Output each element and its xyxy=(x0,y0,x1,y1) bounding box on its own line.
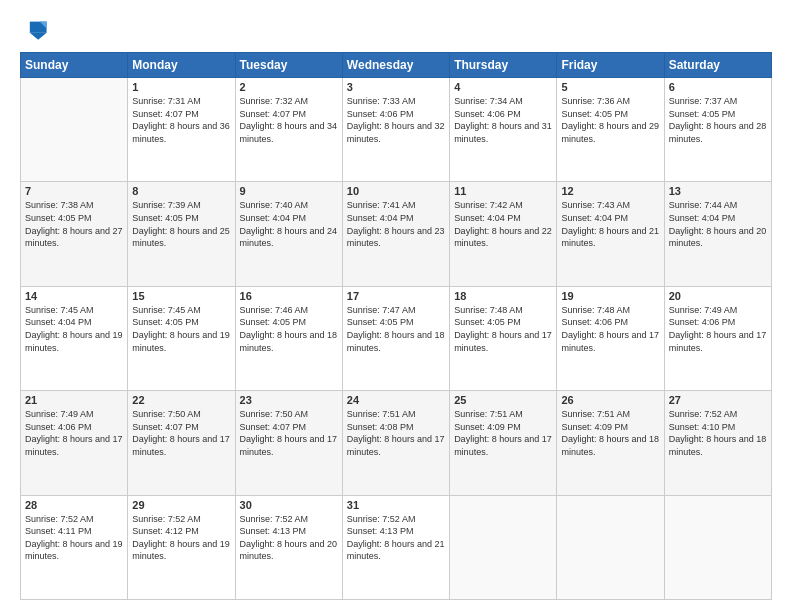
day-info: Sunrise: 7:32 AMSunset: 4:07 PMDaylight:… xyxy=(240,95,338,145)
day-number: 15 xyxy=(132,290,230,302)
calendar-day-cell xyxy=(664,495,771,599)
day-number: 25 xyxy=(454,394,552,406)
calendar-day-header: Tuesday xyxy=(235,53,342,78)
day-info: Sunrise: 7:52 AMSunset: 4:13 PMDaylight:… xyxy=(240,513,338,563)
day-number: 23 xyxy=(240,394,338,406)
day-number: 20 xyxy=(669,290,767,302)
day-number: 14 xyxy=(25,290,123,302)
day-number: 13 xyxy=(669,185,767,197)
calendar-day-cell: 23Sunrise: 7:50 AMSunset: 4:07 PMDayligh… xyxy=(235,391,342,495)
page: SundayMondayTuesdayWednesdayThursdayFrid… xyxy=(0,0,792,612)
calendar-day-header: Friday xyxy=(557,53,664,78)
day-number: 10 xyxy=(347,185,445,197)
day-info: Sunrise: 7:31 AMSunset: 4:07 PMDaylight:… xyxy=(132,95,230,145)
day-number: 21 xyxy=(25,394,123,406)
calendar-day-cell: 3Sunrise: 7:33 AMSunset: 4:06 PMDaylight… xyxy=(342,78,449,182)
day-number: 26 xyxy=(561,394,659,406)
day-number: 28 xyxy=(25,499,123,511)
day-info: Sunrise: 7:39 AMSunset: 4:05 PMDaylight:… xyxy=(132,199,230,249)
day-info: Sunrise: 7:48 AMSunset: 4:06 PMDaylight:… xyxy=(561,304,659,354)
calendar-day-header: Saturday xyxy=(664,53,771,78)
day-info: Sunrise: 7:34 AMSunset: 4:06 PMDaylight:… xyxy=(454,95,552,145)
calendar-day-cell: 17Sunrise: 7:47 AMSunset: 4:05 PMDayligh… xyxy=(342,286,449,390)
calendar-day-cell: 19Sunrise: 7:48 AMSunset: 4:06 PMDayligh… xyxy=(557,286,664,390)
day-number: 3 xyxy=(347,81,445,93)
day-number: 16 xyxy=(240,290,338,302)
calendar-day-cell: 18Sunrise: 7:48 AMSunset: 4:05 PMDayligh… xyxy=(450,286,557,390)
day-info: Sunrise: 7:50 AMSunset: 4:07 PMDaylight:… xyxy=(132,408,230,458)
calendar-week-row: 21Sunrise: 7:49 AMSunset: 4:06 PMDayligh… xyxy=(21,391,772,495)
calendar-day-cell: 10Sunrise: 7:41 AMSunset: 4:04 PMDayligh… xyxy=(342,182,449,286)
calendar-day-cell: 30Sunrise: 7:52 AMSunset: 4:13 PMDayligh… xyxy=(235,495,342,599)
day-number: 9 xyxy=(240,185,338,197)
day-info: Sunrise: 7:45 AMSunset: 4:05 PMDaylight:… xyxy=(132,304,230,354)
calendar-day-cell: 26Sunrise: 7:51 AMSunset: 4:09 PMDayligh… xyxy=(557,391,664,495)
day-number: 31 xyxy=(347,499,445,511)
day-info: Sunrise: 7:41 AMSunset: 4:04 PMDaylight:… xyxy=(347,199,445,249)
calendar-day-cell: 7Sunrise: 7:38 AMSunset: 4:05 PMDaylight… xyxy=(21,182,128,286)
day-number: 19 xyxy=(561,290,659,302)
day-info: Sunrise: 7:50 AMSunset: 4:07 PMDaylight:… xyxy=(240,408,338,458)
calendar-day-cell: 15Sunrise: 7:45 AMSunset: 4:05 PMDayligh… xyxy=(128,286,235,390)
calendar-day-cell: 28Sunrise: 7:52 AMSunset: 4:11 PMDayligh… xyxy=(21,495,128,599)
calendar-day-cell: 11Sunrise: 7:42 AMSunset: 4:04 PMDayligh… xyxy=(450,182,557,286)
day-number: 12 xyxy=(561,185,659,197)
calendar-day-cell: 4Sunrise: 7:34 AMSunset: 4:06 PMDaylight… xyxy=(450,78,557,182)
logo xyxy=(20,16,52,44)
day-info: Sunrise: 7:33 AMSunset: 4:06 PMDaylight:… xyxy=(347,95,445,145)
calendar-day-cell: 12Sunrise: 7:43 AMSunset: 4:04 PMDayligh… xyxy=(557,182,664,286)
day-info: Sunrise: 7:45 AMSunset: 4:04 PMDaylight:… xyxy=(25,304,123,354)
calendar-day-cell: 14Sunrise: 7:45 AMSunset: 4:04 PMDayligh… xyxy=(21,286,128,390)
day-info: Sunrise: 7:51 AMSunset: 4:09 PMDaylight:… xyxy=(454,408,552,458)
day-info: Sunrise: 7:38 AMSunset: 4:05 PMDaylight:… xyxy=(25,199,123,249)
day-number: 22 xyxy=(132,394,230,406)
day-info: Sunrise: 7:52 AMSunset: 4:13 PMDaylight:… xyxy=(347,513,445,563)
calendar-day-cell: 16Sunrise: 7:46 AMSunset: 4:05 PMDayligh… xyxy=(235,286,342,390)
day-number: 5 xyxy=(561,81,659,93)
day-number: 24 xyxy=(347,394,445,406)
day-number: 17 xyxy=(347,290,445,302)
calendar-day-cell: 8Sunrise: 7:39 AMSunset: 4:05 PMDaylight… xyxy=(128,182,235,286)
calendar-day-cell: 5Sunrise: 7:36 AMSunset: 4:05 PMDaylight… xyxy=(557,78,664,182)
day-info: Sunrise: 7:52 AMSunset: 4:10 PMDaylight:… xyxy=(669,408,767,458)
calendar-day-header: Sunday xyxy=(21,53,128,78)
logo-icon xyxy=(20,16,48,44)
day-number: 29 xyxy=(132,499,230,511)
day-number: 18 xyxy=(454,290,552,302)
day-number: 30 xyxy=(240,499,338,511)
day-info: Sunrise: 7:44 AMSunset: 4:04 PMDaylight:… xyxy=(669,199,767,249)
calendar-day-cell: 1Sunrise: 7:31 AMSunset: 4:07 PMDaylight… xyxy=(128,78,235,182)
calendar-day-header: Wednesday xyxy=(342,53,449,78)
calendar-day-header: Thursday xyxy=(450,53,557,78)
calendar-day-cell: 24Sunrise: 7:51 AMSunset: 4:08 PMDayligh… xyxy=(342,391,449,495)
day-number: 7 xyxy=(25,185,123,197)
calendar-day-cell xyxy=(21,78,128,182)
day-info: Sunrise: 7:36 AMSunset: 4:05 PMDaylight:… xyxy=(561,95,659,145)
calendar-week-row: 28Sunrise: 7:52 AMSunset: 4:11 PMDayligh… xyxy=(21,495,772,599)
calendar-week-row: 7Sunrise: 7:38 AMSunset: 4:05 PMDaylight… xyxy=(21,182,772,286)
day-info: Sunrise: 7:49 AMSunset: 4:06 PMDaylight:… xyxy=(669,304,767,354)
calendar-day-cell: 21Sunrise: 7:49 AMSunset: 4:06 PMDayligh… xyxy=(21,391,128,495)
day-info: Sunrise: 7:42 AMSunset: 4:04 PMDaylight:… xyxy=(454,199,552,249)
calendar-day-header: Monday xyxy=(128,53,235,78)
calendar-day-cell: 6Sunrise: 7:37 AMSunset: 4:05 PMDaylight… xyxy=(664,78,771,182)
calendar-day-cell: 31Sunrise: 7:52 AMSunset: 4:13 PMDayligh… xyxy=(342,495,449,599)
day-info: Sunrise: 7:52 AMSunset: 4:11 PMDaylight:… xyxy=(25,513,123,563)
header xyxy=(20,16,772,44)
day-number: 1 xyxy=(132,81,230,93)
day-info: Sunrise: 7:51 AMSunset: 4:08 PMDaylight:… xyxy=(347,408,445,458)
calendar-day-cell: 2Sunrise: 7:32 AMSunset: 4:07 PMDaylight… xyxy=(235,78,342,182)
calendar-week-row: 1Sunrise: 7:31 AMSunset: 4:07 PMDaylight… xyxy=(21,78,772,182)
calendar-day-cell: 29Sunrise: 7:52 AMSunset: 4:12 PMDayligh… xyxy=(128,495,235,599)
calendar-day-cell: 27Sunrise: 7:52 AMSunset: 4:10 PMDayligh… xyxy=(664,391,771,495)
day-info: Sunrise: 7:46 AMSunset: 4:05 PMDaylight:… xyxy=(240,304,338,354)
calendar-day-cell: 25Sunrise: 7:51 AMSunset: 4:09 PMDayligh… xyxy=(450,391,557,495)
day-info: Sunrise: 7:48 AMSunset: 4:05 PMDaylight:… xyxy=(454,304,552,354)
day-number: 4 xyxy=(454,81,552,93)
day-info: Sunrise: 7:51 AMSunset: 4:09 PMDaylight:… xyxy=(561,408,659,458)
day-number: 11 xyxy=(454,185,552,197)
calendar-day-cell: 13Sunrise: 7:44 AMSunset: 4:04 PMDayligh… xyxy=(664,182,771,286)
day-number: 27 xyxy=(669,394,767,406)
calendar-day-cell xyxy=(450,495,557,599)
day-info: Sunrise: 7:37 AMSunset: 4:05 PMDaylight:… xyxy=(669,95,767,145)
